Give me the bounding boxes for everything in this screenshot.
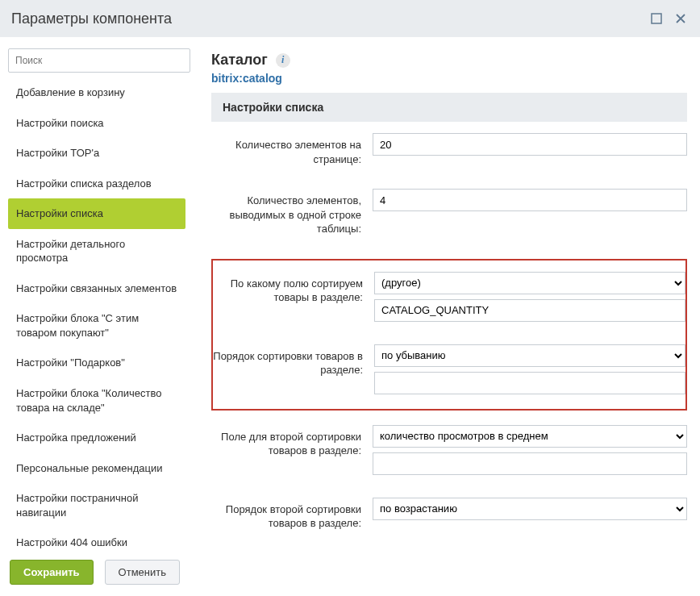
input-sort-field[interactable] (374, 299, 685, 322)
highlight-box: По какому полю сортируем товары в раздел… (211, 259, 687, 411)
select-sort-order2[interactable]: по возрастанию (373, 498, 687, 520)
sidebar-item-2[interactable]: Настройки ТОР'а (8, 138, 185, 169)
label-sort-field: По какому полю сортируем товары в раздел… (213, 272, 374, 305)
select-sort-order[interactable]: по убыванию (374, 344, 685, 367)
label-sort-field2: Поле для второй сортировки товаров в раз… (211, 425, 373, 458)
label-page-count: Количество элементов на странице: (211, 133, 373, 166)
label-line-count: Количество элементов, выводимых в одной … (211, 189, 373, 236)
info-icon[interactable]: i (276, 53, 290, 68)
window-title: Параметры компонента (11, 10, 172, 27)
maximize-icon[interactable] (648, 10, 665, 27)
input-sort-field2[interactable] (373, 452, 687, 475)
horizontal-scrollbar[interactable] (211, 536, 692, 548)
input-sort-order[interactable] (374, 372, 685, 394)
sidebar-item-6[interactable]: Настройки связанных элементов (8, 273, 185, 304)
input-page-count[interactable] (373, 133, 687, 156)
label-sort-order2: Порядок второй сортировки товаров в разд… (211, 498, 373, 531)
sidebar-item-12[interactable]: Настройки постраничной навигации (8, 483, 185, 527)
page-title: Каталог (211, 52, 268, 69)
save-button[interactable]: Сохранить (10, 560, 94, 585)
search-input[interactable] (9, 49, 190, 72)
sidebar-item-9[interactable]: Настройки блока "Количество товара на ск… (8, 378, 185, 423)
section-header: Настройки списка (211, 93, 687, 122)
label-sort-order: Порядок сортировки товаров в разделе: (213, 344, 374, 377)
sidebar-item-0[interactable]: Добавление в корзину (8, 77, 185, 108)
cancel-button[interactable]: Отменить (105, 560, 180, 585)
sidebar-item-8[interactable]: Настройки "Подарков" (8, 348, 185, 378)
sidebar-item-1[interactable]: Настройки поиска (8, 108, 185, 139)
sidebar-item-13[interactable]: Настройки 404 ошибки (8, 527, 185, 548)
sidebar-item-4[interactable]: Настройки списка (8, 198, 185, 229)
component-id: bitrix:catalog (211, 72, 692, 85)
sidebar-item-10[interactable]: Настройка предложений (8, 423, 185, 453)
svg-rect-0 (652, 14, 661, 23)
close-icon[interactable] (673, 10, 689, 27)
sidebar-item-7[interactable]: Настройки блока "С этим товаром покупают… (8, 303, 185, 348)
sidebar-item-3[interactable]: Настройки списка разделов (8, 169, 185, 199)
sidebar-item-11[interactable]: Персональные рекомендации (8, 453, 185, 484)
input-line-count[interactable] (373, 189, 687, 211)
select-sort-field2[interactable]: количество просмотров в среднем (373, 425, 687, 448)
sidebar-item-5[interactable]: Настройки детального просмотра (8, 229, 185, 273)
select-sort-field[interactable]: (другое) (374, 272, 685, 294)
